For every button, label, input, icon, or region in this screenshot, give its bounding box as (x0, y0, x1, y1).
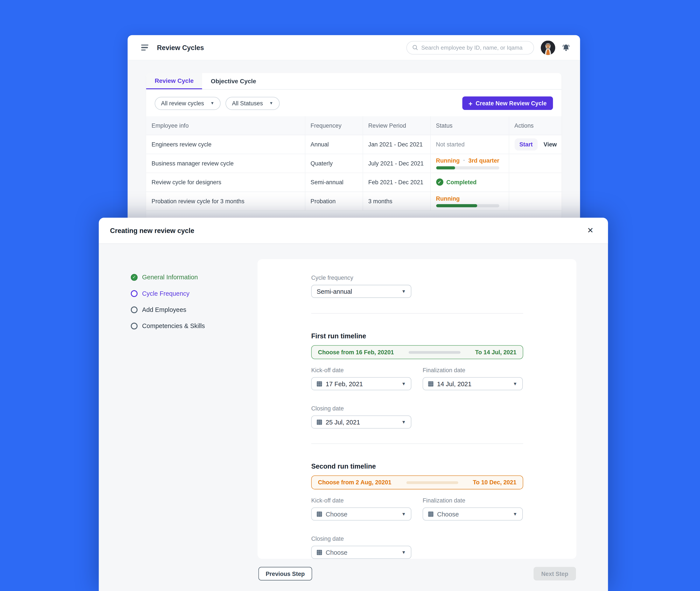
status-not-started: Not started (436, 141, 465, 147)
status-label: Running (436, 157, 460, 164)
app-header: Review Cycles (128, 35, 580, 60)
calendar-icon (316, 381, 322, 386)
cell-period: Feb 2021 - Dec 2021 (363, 173, 430, 192)
range-bar (409, 351, 461, 353)
closing-date-select[interactable]: Choose ▼ (311, 546, 411, 559)
table-row: Probation review cycle for 3 months Prob… (146, 191, 562, 210)
closing-date-value: 25 Jul, 2021 (326, 418, 360, 425)
filter-bar: All review cycles ▼ All Statuses ▼ + Cre… (146, 89, 562, 116)
cell-frequency: Quaterly (305, 154, 363, 173)
table-row: Business manager review cycle Quaterly J… (146, 154, 562, 173)
app-window: Review Cycles (128, 35, 580, 224)
range-from: Choose from 16 Feb, 20201 (318, 349, 394, 355)
chevron-down-icon: ▼ (513, 512, 517, 517)
form-panel: Cycle frequency Semi-annual ▼ First run … (257, 259, 576, 559)
modal-header: Creating new review cycle ✕ (99, 218, 608, 244)
app-content: Review Cycle Objective Cycle All review … (128, 60, 580, 224)
tab-objective-cycle[interactable]: Objective Cycle (202, 73, 265, 89)
cell-name: Business manager review cycle (146, 154, 305, 173)
kickoff-date-select[interactable]: 17 Feb, 2021 ▼ (311, 377, 411, 390)
progress-track (436, 204, 499, 207)
filter-review-cycles-dropdown[interactable]: All review cycles ▼ (155, 96, 221, 110)
calendar-icon (316, 549, 322, 555)
cell-name: Engineers review cycle (146, 135, 305, 154)
search-box[interactable] (406, 41, 534, 54)
kickoff-date-select[interactable]: Choose ▼ (311, 508, 411, 521)
start-button[interactable]: Start (515, 138, 538, 150)
search-icon (412, 45, 418, 51)
cell-period: Jan 2021 - Dec 2021 (363, 135, 430, 154)
progress-fill (436, 204, 477, 207)
table-row: Engineers review cycle Annual Jan 2021 -… (146, 135, 562, 154)
chevron-down-icon: ▼ (401, 550, 406, 555)
cell-period: 3 months (363, 191, 430, 210)
range-from: Choose from 2 Aug, 20201 (318, 479, 392, 486)
progress-track (436, 166, 499, 169)
tab-bar: Review Cycle Objective Cycle (146, 73, 562, 89)
chevron-down-icon: ▼ (401, 512, 406, 517)
col-employee-info: Employee info (146, 116, 305, 135)
calendar-icon (316, 511, 322, 517)
chevron-down-icon: ▼ (401, 381, 406, 386)
next-step-button[interactable]: Next Step (533, 567, 576, 581)
status-completed: ✓ Completed (436, 178, 509, 186)
cell-name: Review cycle for designers (146, 173, 305, 192)
page-title: Review Cycles (157, 44, 204, 51)
status-running: Running • 3rd quarter (436, 157, 509, 170)
step-cycle-frequency[interactable]: Cycle Frequency (131, 290, 205, 297)
range-bar (406, 481, 458, 484)
progress-fill (436, 166, 455, 169)
close-icon[interactable]: ✕ (587, 226, 593, 235)
avatar[interactable] (541, 41, 555, 55)
closing-date-label: Closing date (311, 405, 523, 412)
calendar-icon (428, 381, 433, 386)
step-competencies-skills[interactable]: Competencies & Skills (131, 322, 205, 329)
step-circle-icon (131, 306, 137, 313)
step-add-employees[interactable]: Add Employees (131, 306, 205, 313)
range-to: To 14 Jul, 2021 (475, 349, 517, 355)
chevron-down-icon: ▼ (401, 420, 406, 425)
second-run-heading: Second run timeline (311, 462, 523, 470)
cell-name: Probation review cycle for 3 months (146, 191, 305, 210)
finalization-date-select[interactable]: 14 Jul, 2021 ▼ (423, 377, 523, 390)
create-new-review-cycle-button[interactable]: + Create New Review Cycle (462, 96, 553, 110)
filter-statuses-dropdown[interactable]: All Statuses ▼ (226, 96, 280, 110)
review-cycles-table: Employee info Frequencey Review Period S… (146, 116, 562, 211)
step-label: Cycle Frequency (142, 290, 189, 297)
table-header-row: Employee info Frequencey Review Period S… (146, 116, 562, 135)
chevron-down-icon: ▼ (211, 101, 214, 106)
cell-period: July 2021 - Dec 2021 (363, 154, 430, 173)
cell-frequency: Probation (305, 191, 363, 210)
check-icon: ✓ (436, 178, 443, 186)
calendar-icon (316, 419, 322, 425)
status-running: Running (436, 195, 509, 207)
first-run-range: Choose from 16 Feb, 20201 To 14 Jul, 202… (311, 345, 523, 359)
step-circle-icon (131, 322, 137, 329)
closing-date-select[interactable]: 25 Jul, 2021 ▼ (311, 415, 411, 429)
stepper: ✓ General Information Cycle Frequency Ad… (131, 274, 205, 330)
finalization-date-value: 14 Jul, 2021 (437, 380, 471, 387)
cycle-frequency-select[interactable]: Semi-annual ▼ (311, 285, 411, 298)
search-input[interactable] (421, 44, 528, 51)
dot-separator: • (463, 158, 465, 163)
step-general-information[interactable]: ✓ General Information (131, 274, 205, 281)
notifications-bell-icon[interactable] (561, 43, 571, 53)
status-label: Running (436, 195, 460, 202)
cycle-frequency-label: Cycle frequency (311, 274, 523, 281)
view-button[interactable]: View (543, 141, 557, 147)
previous-step-button[interactable]: Previous Step (258, 567, 312, 581)
menu-icon[interactable] (141, 44, 149, 51)
modal-title: Creating new review cycle (110, 227, 194, 234)
step-circle-icon (131, 290, 137, 297)
chevron-down-icon: ▼ (269, 101, 273, 106)
col-frequency: Frequencey (305, 116, 363, 135)
kickoff-date-label: Kick-off date (311, 367, 411, 374)
kickoff-date-value: 17 Feb, 2021 (326, 380, 363, 387)
calendar-icon (428, 511, 433, 517)
tab-review-cycle[interactable]: Review Cycle (146, 73, 202, 89)
create-review-cycle-modal: Creating new review cycle ✕ ✓ General In… (99, 218, 608, 591)
filter-statuses-value: All Statuses (232, 100, 263, 107)
closing-date-value: Choose (326, 548, 348, 556)
range-to: To 10 Dec, 2021 (473, 479, 517, 486)
finalization-date-select[interactable]: Choose ▼ (423, 508, 523, 521)
